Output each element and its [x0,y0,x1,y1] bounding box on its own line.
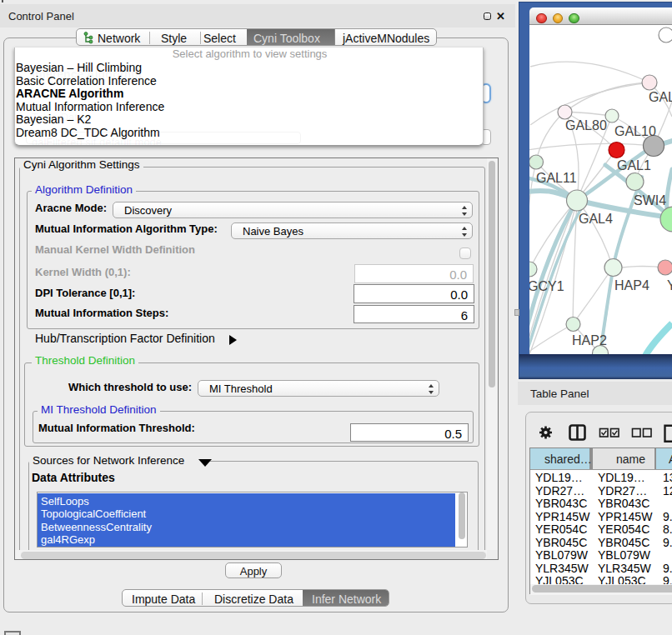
svg-text:GAL80: GAL80 [565,118,607,132]
svg-text:HAP2: HAP2 [572,333,607,348]
svg-text:GAL11: GAL11 [536,171,577,185]
svg-text:GCY1: GCY1 [529,279,564,293]
svg-text:GAL10: GAL10 [614,124,656,138]
svg-text:HAP4: HAP4 [614,278,649,292]
svg-text:GAL7: GAL7 [649,90,672,104]
svg-text:GAL4: GAL4 [579,212,613,226]
svg-text:SWI4: SWI4 [634,193,666,208]
svg-text:GAL1: GAL1 [617,158,651,172]
svg-text:Y: Y [667,278,672,292]
